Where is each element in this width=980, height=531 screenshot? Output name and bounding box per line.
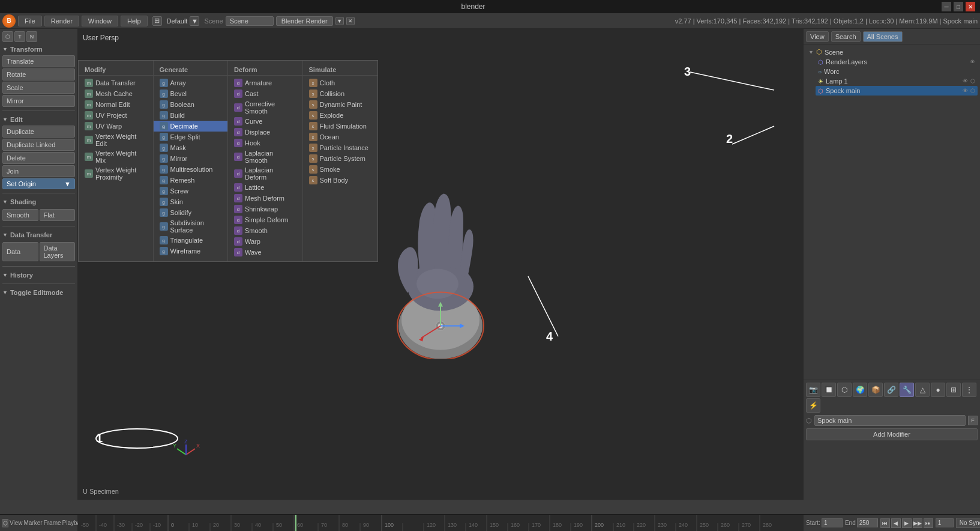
mod-cast[interactable]: d Cast — [228, 88, 302, 99]
prop-render-icon[interactable]: 🔲 — [822, 383, 836, 397]
mod-corrective-smooth[interactable]: d Corrective Smooth — [228, 99, 302, 116]
smooth-btn[interactable]: Smooth — [2, 209, 38, 221]
maximize-button[interactable]: □ — [954, 2, 963, 11]
prev-frame-btn[interactable]: ◀ — [891, 518, 901, 528]
mod-mask[interactable]: g Mask — [154, 142, 228, 153]
mirror-btn[interactable]: Mirror — [2, 95, 75, 107]
engine-dropdown[interactable]: Blender Render — [276, 16, 333, 26]
delete-btn[interactable]: Delete — [2, 152, 75, 164]
fake-user-btn[interactable]: F — [968, 416, 978, 425]
mod-vw-mix[interactable]: m Vertex Weight Mix — [79, 148, 153, 165]
mod-screw[interactable]: g Screw — [154, 186, 228, 196]
object-name-input[interactable] — [814, 415, 966, 426]
jump-end-btn[interactable]: ⏭ — [924, 518, 933, 528]
view-tab[interactable]: View — [806, 31, 829, 42]
tree-item-lamp[interactable]: ☀ Lamp 1 👁 ⬡ — [816, 76, 978, 86]
mod-curve[interactable]: d Curve — [228, 116, 302, 127]
mod-laplacian-smooth[interactable]: d Laplacian Smooth — [228, 148, 302, 165]
mod-dynamic-paint[interactable]: s Dynamic Paint — [303, 99, 378, 110]
prop-world-icon[interactable]: 🌍 — [853, 383, 867, 397]
menu-window[interactable]: Window — [82, 16, 118, 26]
lamp-render-icon[interactable]: ⬡ — [970, 78, 975, 84]
tree-item-worc[interactable]: ○ Worc — [816, 67, 978, 76]
mod-fluid-simulation[interactable]: s Fluid Simulation — [303, 121, 378, 132]
data-layers-btn[interactable]: Data Layers — [40, 242, 76, 261]
mod-edge-split[interactable]: g Edge Split — [154, 132, 228, 142]
set-origin-dropdown[interactable]: Set Origin ▼ — [2, 178, 75, 189]
duplicate-btn[interactable]: Duplicate — [2, 126, 75, 138]
add-modifier-btn[interactable]: Add Modifier — [806, 428, 978, 440]
sidebar-icon2[interactable]: T — [14, 31, 25, 42]
mod-uv-project[interactable]: m UV Project — [79, 110, 153, 121]
mod-mesh-cache[interactable]: m Mesh Cache — [79, 88, 153, 99]
mod-laplacian-deform[interactable]: d Laplacian Deform — [228, 165, 302, 182]
jump-start-btn[interactable]: ⏮ — [880, 518, 890, 528]
mod-shrinkwrap[interactable]: d Shrinkwrap — [228, 204, 302, 214]
mod-mesh-deform[interactable]: d Mesh Deform — [228, 193, 302, 204]
prop-texture-icon[interactable]: ⊞ — [946, 383, 961, 397]
mod-warp[interactable]: d Warp — [228, 236, 302, 247]
sync-dropdown[interactable]: No Sync — [956, 518, 980, 528]
renderlayers-vis-icon[interactable]: 👁 — [970, 59, 975, 65]
prop-data-icon[interactable]: △ — [915, 383, 930, 397]
mod-smoke[interactable]: s Smoke — [303, 164, 378, 175]
mod-decimate[interactable]: g Decimate — [154, 121, 228, 132]
mod-subdivision[interactable]: g Subdivision Surface — [154, 218, 228, 235]
spock-vis-icon[interactable]: 👁 — [963, 88, 968, 94]
mod-wave[interactable]: d Wave — [228, 247, 302, 258]
minimize-button[interactable]: ─ — [942, 2, 951, 11]
prop-physics-icon[interactable]: ⚡ — [806, 398, 820, 413]
scene-input[interactable] — [226, 16, 274, 26]
all-scenes-tab[interactable]: All Scenes — [863, 31, 903, 42]
frame-btn[interactable]: Frame — [44, 520, 61, 526]
mod-ocean[interactable]: s Ocean — [303, 132, 378, 142]
mod-data-transfer[interactable]: m Data Transfer — [79, 77, 153, 88]
prop-scene-icon[interactable]: ⬡ — [837, 383, 852, 397]
mod-lattice[interactable]: d Lattice — [228, 182, 302, 193]
tree-item-renderlayers[interactable]: ⬡ RenderLayers 👁 — [816, 57, 978, 67]
sidebar-icon1[interactable]: ⬡ — [2, 31, 13, 42]
engine-extra-icon[interactable]: ✕ — [346, 17, 355, 25]
scene-root-item[interactable]: ▼ ⬡ Scene — [806, 47, 978, 57]
mod-remesh[interactable]: g Remesh — [154, 175, 228, 186]
start-frame-input[interactable] — [822, 518, 843, 527]
mod-normal-edit[interactable]: m Normal Edit — [79, 99, 153, 110]
mod-particle-system[interactable]: s Particle System — [303, 153, 378, 164]
scene-selector-icon[interactable]: ▼ — [190, 16, 199, 26]
duplicate-linked-btn[interactable]: Duplicate Linked — [2, 139, 75, 151]
lamp-vis-icon[interactable]: 👁 — [963, 78, 968, 84]
view-btn-timeline[interactable]: View — [10, 520, 23, 526]
marker-btn[interactable]: Marker — [24, 520, 43, 526]
mod-bevel[interactable]: g Bevel — [154, 88, 228, 99]
prop-material-icon[interactable]: ● — [931, 383, 945, 397]
mod-collision[interactable]: s Collision — [303, 88, 378, 99]
next-frame-btn[interactable]: ▶▶ — [913, 518, 922, 528]
prop-particles-icon[interactable]: ⋮ — [962, 383, 976, 397]
prop-camera-icon[interactable]: 📷 — [806, 383, 820, 397]
mod-explode[interactable]: s Explode — [303, 110, 378, 121]
data-btn[interactable]: Data — [2, 242, 38, 261]
mod-armature[interactable]: d Armature — [228, 77, 302, 88]
spock-render-icon[interactable]: ⬡ — [970, 88, 975, 94]
mod-particle-instance[interactable]: s Particle Instance — [303, 142, 378, 153]
mod-vw-edit[interactable]: m Vertex Weight Edit — [79, 132, 153, 148]
close-button[interactable]: ✕ — [966, 2, 975, 11]
mod-cloth[interactable]: s Cloth — [303, 77, 378, 88]
mod-uv-warp[interactable]: m UV Warp — [79, 121, 153, 132]
sidebar-icon3[interactable]: N — [26, 31, 37, 42]
mod-skin[interactable]: g Skin — [154, 196, 228, 207]
mod-displace[interactable]: d Displace — [228, 127, 302, 138]
mod-array[interactable]: g Array — [154, 77, 228, 88]
mod-mirror[interactable]: g Mirror — [154, 153, 228, 164]
mod-hook[interactable]: d Hook — [228, 138, 302, 148]
flat-btn[interactable]: Flat — [40, 209, 76, 221]
mod-wireframe[interactable]: g Wireframe — [154, 246, 228, 256]
mod-vw-proximity[interactable]: m Vertex Weight Proximity — [79, 165, 153, 182]
search-tab[interactable]: Search — [831, 31, 861, 42]
play-btn[interactable]: ▶ — [902, 518, 912, 528]
mod-triangulate[interactable]: g Triangulate — [154, 235, 228, 246]
tree-item-spock-main[interactable]: ⬡ Spock main 👁 ⬡ — [816, 86, 978, 96]
screen-layout-icon[interactable]: ⊞ — [152, 16, 162, 26]
end-frame-input[interactable] — [857, 518, 878, 527]
menu-file[interactable]: File — [18, 16, 42, 26]
